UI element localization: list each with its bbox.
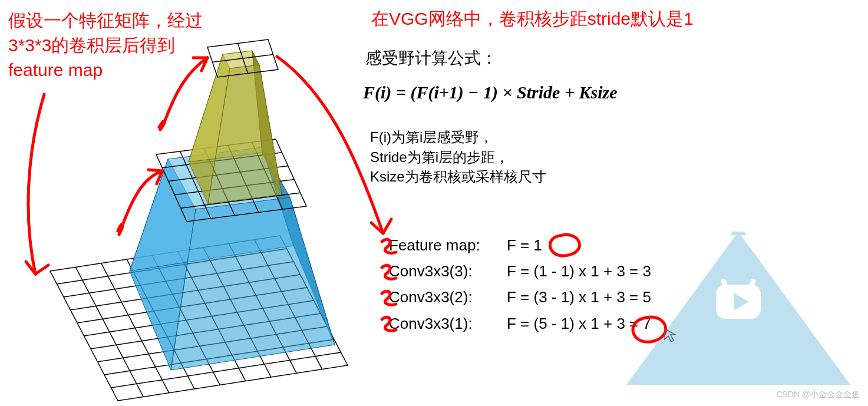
calc-row-conv2: Conv3x3(2): F = (3 - 1) x 1 + 3 = 5 (389, 284, 651, 310)
svg-marker-6 (130, 159, 196, 370)
left-caption-line3: feature map (8, 58, 203, 82)
formula-description: F(i)为第i层感受野， Stride为第i层的步距， Ksize为卷积核或采样… (370, 127, 546, 187)
top-grid-1x1 (207, 39, 278, 77)
right-heading: 在VGG网络中，卷积核步距stride默认是1 (371, 7, 694, 31)
svg-marker-1 (730, 232, 747, 235)
svg-marker-12 (252, 51, 282, 194)
arrow-caption-to-bottom-grid (26, 94, 48, 274)
formula-desc-l1: F(i)为第i层感受野， (370, 127, 546, 147)
calc-label: Conv3x3(2): (389, 284, 507, 310)
svg-marker-8 (262, 147, 335, 345)
calc-label: Conv3x3(3): (389, 258, 507, 284)
receptive-field-3d-diagram (50, 39, 348, 401)
receptive-field-formula: F(i) = (F(i+1) − 1) × Stride + Ksize (363, 82, 618, 103)
calc-value: F = 1 (507, 232, 542, 258)
bottom-grid-9x9 (50, 236, 348, 401)
calc-row-feature-map: Feature map: F = 1 (389, 232, 651, 258)
svg-marker-9 (171, 197, 335, 370)
mid-grid-5x5 (156, 139, 306, 222)
left-caption-line2: 3*3*3的卷积层后得到 (8, 33, 203, 58)
formula-title: 感受野计算公式： (365, 47, 497, 70)
svg-marker-13 (208, 65, 282, 204)
arrow-bottom-to-mid (118, 170, 162, 235)
left-caption: 假设一个特征矩阵，经过 3*3*3的卷积层后得到 feature map (8, 8, 203, 82)
calc-label: Conv3x3(1): (389, 311, 507, 336)
formula-desc-l3: Ksize为卷积核或采样核尺寸 (370, 167, 546, 187)
svg-marker-7 (130, 147, 293, 271)
calc-label: Feature map: (389, 232, 507, 258)
watermark: CSDN @小金金金金鱼 (776, 390, 860, 400)
calculation-block: Feature map: F = 1 Conv3x3(3): F = (1 - … (389, 232, 651, 336)
calc-row-conv3: Conv3x3(3): F = (1 - 1) x 1 + 3 = 3 (389, 258, 651, 284)
calc-row-conv1: Conv3x3(1): F = (5 - 1) x 1 + 3 = 7 (389, 311, 651, 336)
bilibili-badge (626, 232, 850, 385)
left-caption-line1: 假设一个特征矩阵，经过 (8, 8, 203, 33)
formula-desc-l2: Stride为第i层的步距， (370, 147, 546, 167)
blue-frustum (130, 147, 335, 370)
